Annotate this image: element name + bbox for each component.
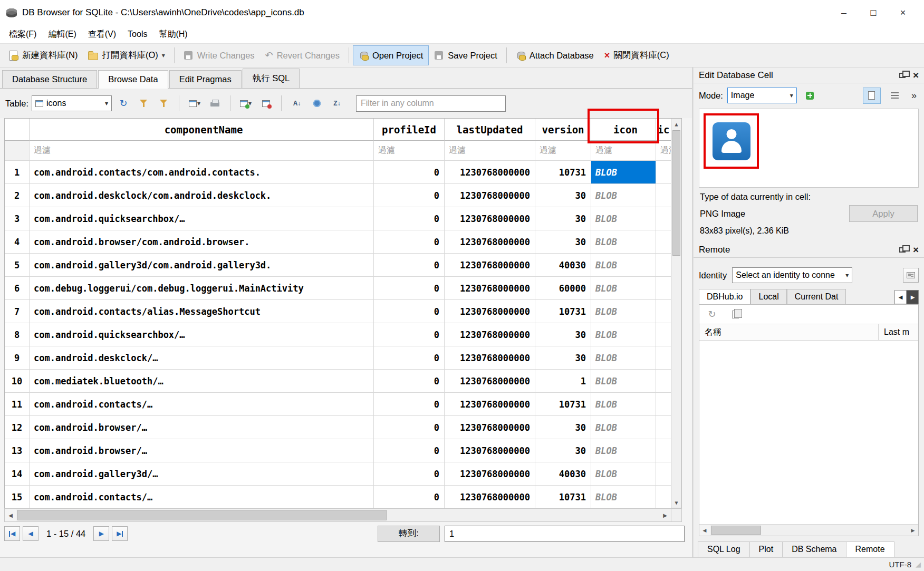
cell-icon-blob[interactable]: BLOB bbox=[591, 277, 656, 300]
chevron-down-icon[interactable]: ▾ bbox=[162, 52, 165, 59]
save-table-button[interactable]: ▾ bbox=[186, 95, 203, 112]
open-database-button[interactable]: 打開資料庫(O) ▾ bbox=[83, 45, 170, 65]
cell-version[interactable]: 30 bbox=[535, 416, 591, 439]
tab-db-schema[interactable]: DB Schema bbox=[782, 541, 846, 557]
filter-version[interactable]: 過濾 bbox=[535, 141, 591, 161]
cell-icon-blob[interactable]: BLOB bbox=[591, 346, 656, 370]
column-header-componentname[interactable]: componentName bbox=[30, 119, 374, 141]
cell-profileid[interactable]: 0 bbox=[374, 300, 445, 323]
cell-profileid[interactable]: 0 bbox=[374, 277, 445, 300]
menu-file[interactable]: 檔案(F) bbox=[3, 27, 42, 42]
scroll-left-icon[interactable]: ◀ bbox=[5, 509, 16, 521]
identity-select[interactable]: Select an identity to conne ▾ bbox=[732, 267, 852, 283]
close-database-button[interactable]: × 關閉資料庫(C) bbox=[599, 45, 675, 65]
cell-lastupdated[interactable]: 1230768000000 bbox=[445, 439, 535, 462]
cell-partial[interactable] bbox=[656, 207, 671, 230]
mode-select[interactable]: Image ▾ bbox=[727, 88, 797, 103]
cell-profileid[interactable]: 0 bbox=[374, 323, 445, 346]
cell-icon-blob[interactable]: BLOB bbox=[591, 486, 656, 509]
row-number[interactable]: 10 bbox=[5, 370, 30, 393]
cell-version[interactable]: 30 bbox=[535, 207, 591, 230]
cell-icon-blob[interactable]: BLOB bbox=[591, 300, 656, 323]
table-row[interactable]: 7com.android.contacts/alias.MessageShort… bbox=[5, 300, 671, 323]
vertical-scrollbar-thumb[interactable] bbox=[672, 130, 680, 256]
new-database-button[interactable]: 新建資料庫(N) bbox=[3, 45, 83, 65]
horizontal-scrollbar-thumb[interactable] bbox=[17, 510, 387, 520]
table-row[interactable]: 13com.android.browser/…0123076800000030B… bbox=[5, 439, 671, 462]
open-project-button[interactable]: Open Project bbox=[353, 45, 429, 65]
remote-column-last-modified[interactable]: Last m bbox=[878, 324, 918, 340]
apply-button[interactable]: Apply bbox=[849, 205, 918, 222]
cell-lastupdated[interactable]: 1230768000000 bbox=[445, 370, 535, 393]
sort-descending-button[interactable]: Z↓ bbox=[329, 95, 345, 112]
tab-execute-sql[interactable]: 執行 SQL bbox=[243, 69, 300, 88]
tab-scroll-left-icon[interactable]: ◀ bbox=[894, 290, 907, 304]
cell-version[interactable]: 10731 bbox=[535, 161, 591, 184]
cell-lastupdated[interactable]: 1230768000000 bbox=[445, 300, 535, 323]
cell-profileid[interactable]: 0 bbox=[374, 462, 445, 486]
write-changes-button[interactable]: Write Changes bbox=[178, 45, 260, 65]
scroll-left-icon[interactable]: ◀ bbox=[699, 525, 710, 536]
filter-partial[interactable]: 過濾 bbox=[656, 141, 671, 161]
row-number[interactable]: 4 bbox=[5, 230, 30, 254]
cell-lastupdated[interactable]: 1230768000000 bbox=[445, 184, 535, 207]
cell-profileid[interactable]: 0 bbox=[374, 254, 445, 277]
cell-profileid[interactable]: 0 bbox=[374, 486, 445, 509]
table-select[interactable]: icons ▾ bbox=[32, 95, 112, 111]
cell-lastupdated[interactable]: 1230768000000 bbox=[445, 486, 535, 509]
column-header-version[interactable]: version bbox=[535, 119, 591, 141]
cell-componentname[interactable]: com.debug.loggerui/com.debug.loggerui.Ma… bbox=[30, 277, 374, 300]
save-filter-button[interactable] bbox=[155, 95, 172, 112]
table-row[interactable]: 2com.android.deskclock/com.android.deskc… bbox=[5, 184, 671, 207]
cell-profileid[interactable]: 0 bbox=[374, 439, 445, 462]
cell-icon-blob[interactable]: BLOB bbox=[591, 323, 656, 346]
cell-partial[interactable] bbox=[656, 323, 671, 346]
row-number[interactable]: 14 bbox=[5, 462, 30, 486]
table-row[interactable]: 12com.android.browser/…0123076800000030B… bbox=[5, 416, 671, 439]
cell-componentname[interactable]: com.android.quicksearchbox/… bbox=[30, 323, 374, 346]
cell-icon-blob[interactable]: BLOB bbox=[591, 393, 656, 416]
close-panel-icon[interactable]: × bbox=[913, 70, 919, 80]
cell-componentname[interactable]: com.android.browser/com.android.browser. bbox=[30, 230, 374, 254]
cell-componentname[interactable]: com.android.browser/… bbox=[30, 439, 374, 462]
cell-profileid[interactable]: 0 bbox=[374, 346, 445, 370]
cell-lastupdated[interactable]: 1230768000000 bbox=[445, 323, 535, 346]
row-number[interactable]: 9 bbox=[5, 346, 30, 370]
menu-view[interactable]: 查看(V) bbox=[82, 27, 122, 42]
next-page-button[interactable]: ▶ bbox=[93, 526, 109, 541]
cell-partial[interactable] bbox=[656, 230, 671, 254]
cell-version[interactable]: 30 bbox=[535, 230, 591, 254]
last-page-button[interactable]: ▶ bbox=[112, 526, 128, 541]
row-number[interactable]: 5 bbox=[5, 254, 30, 277]
cell-componentname[interactable]: com.android.deskclock/com.android.deskcl… bbox=[30, 184, 374, 207]
cell-profileid[interactable]: 0 bbox=[374, 184, 445, 207]
sort-ascending-button[interactable]: A↓ bbox=[288, 95, 305, 112]
resize-grip[interactable]: ◢ bbox=[916, 560, 921, 568]
cell-componentname[interactable]: com.android.contacts/… bbox=[30, 393, 374, 416]
scroll-up-icon[interactable]: ▲ bbox=[671, 119, 681, 129]
remote-column-name[interactable]: 名稱 bbox=[699, 324, 878, 340]
clone-database-button[interactable] bbox=[727, 306, 744, 323]
column-header-icon[interactable]: icon bbox=[591, 119, 656, 141]
cell-partial[interactable] bbox=[656, 393, 671, 416]
identity-settings-button[interactable] bbox=[903, 268, 919, 283]
table-row[interactable]: 9com.android.deskclock/…0123076800000030… bbox=[5, 346, 671, 370]
cell-componentname[interactable]: com.android.contacts/… bbox=[30, 486, 374, 509]
cell-partial[interactable] bbox=[656, 346, 671, 370]
table-row[interactable]: 14com.android.gallery3d/…012307680000004… bbox=[5, 462, 671, 486]
row-number[interactable]: 15 bbox=[5, 486, 30, 509]
cell-version[interactable]: 40030 bbox=[535, 254, 591, 277]
delete-record-button[interactable] bbox=[257, 95, 274, 112]
filter-componentname[interactable]: 過濾 bbox=[30, 141, 374, 161]
cell-componentname[interactable]: com.android.gallery3d/… bbox=[30, 462, 374, 486]
cell-icon-blob[interactable]: BLOB bbox=[591, 184, 656, 207]
float-panel-icon[interactable] bbox=[899, 247, 906, 253]
cell-componentname[interactable]: com.android.contacts/com.android.contact… bbox=[30, 161, 374, 184]
cell-version[interactable]: 10731 bbox=[535, 393, 591, 416]
scroll-down-icon[interactable]: ▼ bbox=[671, 497, 681, 508]
cell-lastupdated[interactable]: 1230768000000 bbox=[445, 277, 535, 300]
attach-database-button[interactable]: Attach Database bbox=[511, 45, 599, 65]
table-row[interactable]: 11com.android.contacts/…0123076800000010… bbox=[5, 393, 671, 416]
cell-lastupdated[interactable]: 1230768000000 bbox=[445, 393, 535, 416]
cell-partial[interactable] bbox=[656, 184, 671, 207]
